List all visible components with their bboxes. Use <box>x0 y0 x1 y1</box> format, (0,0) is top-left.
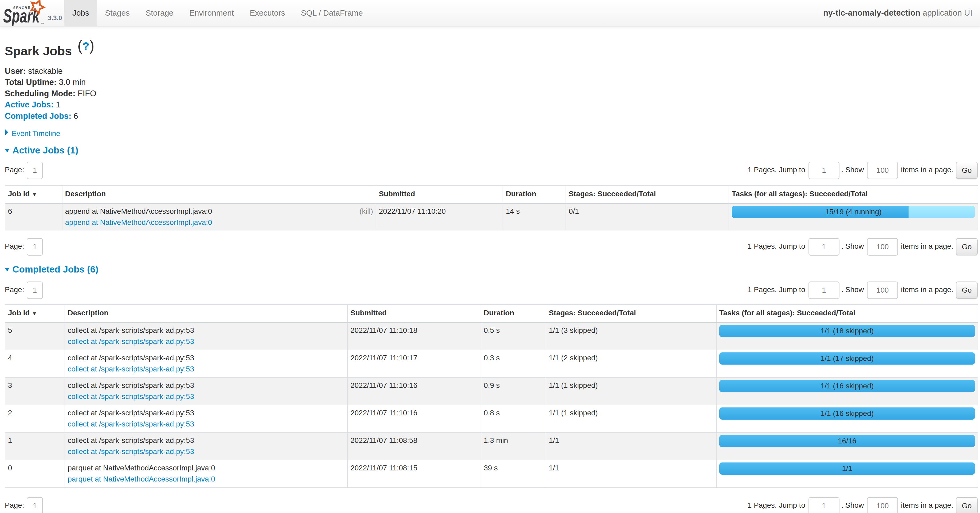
svg-text:TM: TM <box>41 22 44 25</box>
svg-text:Spark: Spark <box>3 5 40 26</box>
